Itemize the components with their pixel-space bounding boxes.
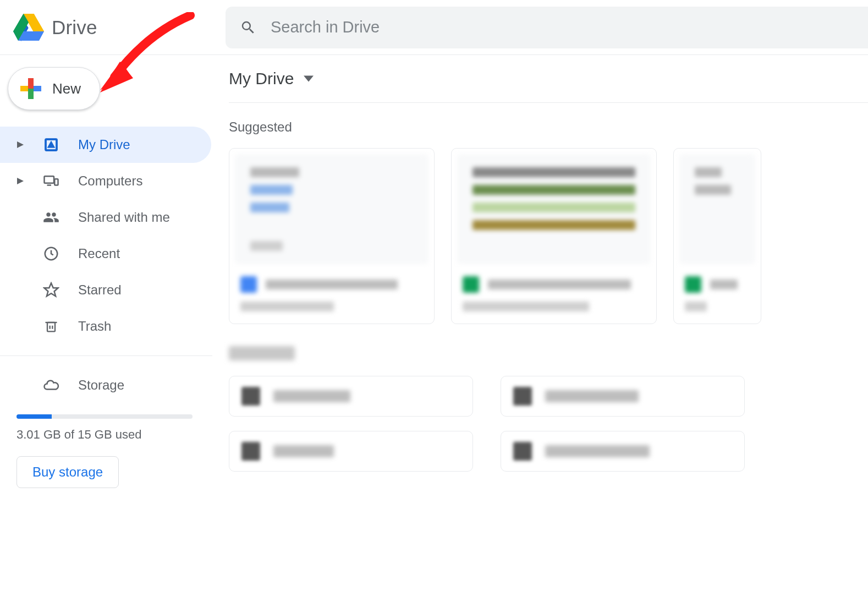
clock-icon [43, 245, 59, 262]
plus-icon [20, 78, 41, 99]
svg-rect-18 [54, 179, 58, 185]
svg-marker-16 [17, 178, 24, 184]
expand-icon[interactable] [17, 141, 24, 148]
caret-down-icon [304, 74, 314, 84]
folders-section [229, 346, 868, 472]
folders-heading [229, 346, 295, 360]
separator [0, 355, 212, 356]
sidebar-item-my-drive[interactable]: My Drive [0, 127, 211, 163]
svg-marker-14 [100, 62, 133, 92]
svg-marker-13 [100, 62, 129, 90]
header: Drive [0, 0, 868, 55]
svg-rect-21 [47, 322, 55, 331]
path-dropdown[interactable]: My Drive [229, 69, 868, 103]
trash-icon [43, 319, 59, 334]
buy-storage-button[interactable]: Buy storage [17, 456, 119, 488]
main-content: My Drive Suggested [212, 55, 868, 613]
sidebar-item-label: My Drive [78, 137, 130, 152]
sidebar-item-label: Trash [78, 319, 111, 334]
search-bar[interactable] [226, 7, 868, 48]
new-button[interactable]: New [8, 67, 100, 110]
folder-item[interactable] [229, 376, 473, 417]
svg-marker-20 [45, 283, 58, 297]
star-icon [43, 282, 59, 298]
drive-icon [43, 136, 59, 153]
sidebar-item-shared[interactable]: Shared with me [0, 199, 211, 236]
svg-rect-17 [45, 176, 54, 183]
path-label: My Drive [229, 69, 294, 88]
storage-usage-text: 3.01 GB of 15 GB used [17, 428, 193, 442]
svg-marker-22 [304, 76, 314, 82]
sidebar-item-label: Shared with me [78, 210, 170, 225]
sidebar-item-label: Storage [78, 377, 124, 393]
sidebar-item-recent[interactable]: Recent [0, 236, 211, 272]
app-name: Drive [52, 17, 97, 39]
storage-block: 3.01 GB of 15 GB used Buy storage [0, 414, 212, 488]
folder-item[interactable] [229, 431, 473, 472]
suggested-card[interactable] [229, 148, 435, 324]
cloud-icon [43, 376, 59, 395]
sidebar-item-label: Computers [78, 173, 142, 189]
sidebar-item-starred[interactable]: Starred [0, 272, 211, 308]
sidebar: New My Drive Computers [0, 55, 212, 613]
people-icon [43, 209, 59, 226]
sidebar-item-trash[interactable]: Trash [0, 308, 211, 344]
search-input[interactable] [271, 18, 854, 36]
storage-bar-fill [17, 414, 52, 419]
computers-icon [43, 172, 59, 190]
brand[interactable]: Drive [0, 14, 226, 41]
folder-item[interactable] [501, 431, 745, 472]
suggested-heading: Suggested [229, 119, 868, 135]
suggested-cards [229, 148, 868, 324]
sidebar-item-computers[interactable]: Computers [0, 163, 211, 199]
storage-bar [17, 414, 193, 419]
drive-logo-icon [13, 14, 44, 41]
sidebar-item-label: Recent [78, 246, 120, 261]
sidebar-nav: My Drive Computers Shared with me Recent [0, 127, 212, 488]
new-button-label: New [52, 80, 81, 97]
folder-item[interactable] [501, 376, 745, 417]
suggested-card[interactable] [451, 148, 657, 324]
svg-marker-15 [17, 141, 24, 148]
sidebar-item-storage[interactable]: Storage [0, 367, 211, 403]
sidebar-item-label: Starred [78, 282, 122, 298]
expand-icon[interactable] [17, 178, 24, 184]
search-icon [240, 19, 256, 36]
suggested-card[interactable] [673, 148, 761, 324]
